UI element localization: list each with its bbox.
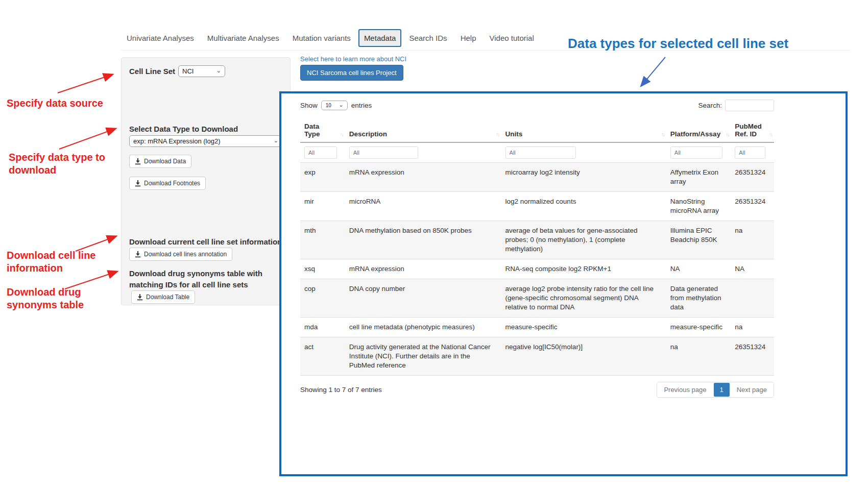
download-cell-lines-annotation-button[interactable]: Download cell lines annotation [129,248,232,261]
filter-pubmed[interactable] [735,147,765,159]
sort-icon: ↑↓ [726,132,729,137]
col-header-data-type[interactable]: Data Type↑↓ [300,119,345,142]
annotation-download-cell-line-info: Download cell line information [7,249,106,275]
page: Univariate Analyses Multivariate Analyse… [0,0,868,488]
next-page-button[interactable]: Next page [730,382,774,397]
data-types-table: Data Type↑↓ Description↑↓ Units↑↓ Platfo… [300,119,774,376]
table-row: mdacell line metadata (phenotypic measur… [300,318,774,337]
cell-platform: NanoString microRNA array [666,192,731,221]
cell-platform: Data generated from methylation data [666,279,731,318]
pagination: Previous page 1 Next page [657,382,774,398]
data-type-value: exp: mRNA Expression (log2) [133,137,221,145]
table-body: expmRNA expressionmicroarray log2 intens… [300,163,774,376]
cell-pubmed: 26351324 [731,163,774,192]
cell-units: RNA-seq composite log2 RPKM+1 [501,259,666,279]
cell-description: mRNA expression [345,163,501,192]
annotation-data-types-heading: Data types for selected cell line set [568,36,823,52]
learn-more-link[interactable]: Select here to learn more about NCI [300,55,406,63]
cell-description: microRNA [345,192,501,221]
data-types-box: Show 10 ⌄ entries Search: Data Type↑↓ [279,91,848,476]
cell-pubmed [731,279,774,318]
tab-mutation-variants[interactable]: Mutation variants [287,29,356,47]
filter-platform[interactable] [670,147,722,159]
cell-pubmed: NA [731,259,774,279]
filter-data-type[interactable] [304,147,337,159]
cell-units: measure-specific [501,318,666,337]
filter-units[interactable] [505,147,576,159]
annotation-specify-data-type: Specify data type to download [9,151,121,177]
cell-data-type: mda [300,318,345,337]
cell-line-info-heading: Download current cell line set informati… [129,237,282,246]
annotation-download-drug-synonyms: Download drug synonyms table [7,286,106,311]
cell-units: log2 normalized counts [501,192,666,221]
table-row: mirmicroRNAlog2 normalized countsNanoStr… [300,192,774,221]
drug-synonyms-heading: Download drug synonyms table with matchi… [129,268,283,304]
tab-multivariate-analyses[interactable]: Multivariate Analyses [202,29,285,47]
cell-pubmed: na [731,318,774,337]
col-header-pubmed[interactable]: PubMed Ref. ID↑↓ [731,119,774,142]
tab-help[interactable]: Help [455,29,482,47]
cell-data-type: mir [300,192,345,221]
download-panel: Cell Line Set NCI ⌄ Select Data Type to … [121,57,291,305]
cell-line-set-value: NCI [182,67,194,75]
col-header-description[interactable]: Description↑↓ [345,119,501,142]
table-row: copDNA copy numberaverage log2 probe int… [300,279,774,318]
download-data-button[interactable]: Download Data [129,155,191,168]
sort-icon: ↑↓ [661,132,664,137]
page-length-select[interactable]: 10 ⌄ [321,101,348,110]
red-arrow-data-source [58,75,112,93]
cell-line-set-label: Cell Line Set [129,67,175,76]
cell-units: average log2 probe intensity ratio for t… [501,279,666,318]
cell-data-type: act [300,337,345,376]
data-type-select[interactable]: exp: mRNA Expression (log2) ⌄ [129,135,282,147]
chevron-down-icon: ⌄ [216,67,221,74]
download-table-button[interactable]: Download Table [131,290,195,304]
cell-units: negative log[IC50(molar)] [501,337,666,376]
data-type-label: Select Data Type to Download [129,125,238,133]
table-row: actDrug activity generated at the Nation… [300,337,774,376]
cell-platform: NA [666,259,731,279]
cell-line-set-select[interactable]: NCI ⌄ [178,65,225,77]
tab-video-tutorial[interactable]: Video tutorial [484,29,539,47]
download-icon [137,294,143,301]
table-row: expmRNA expressionmicroarray log2 intens… [300,163,774,192]
search-label: Search: [698,102,722,109]
table-controls: Show 10 ⌄ entries Search: [300,100,774,111]
table-row: mthDNA methylation based on 850K probesa… [300,221,774,259]
cell-description: DNA methylation based on 850K probes [345,221,501,259]
cell-description: DNA copy number [345,279,501,318]
previous-page-button[interactable]: Previous page [657,382,713,397]
download-footnotes-button[interactable]: Download Footnotes [129,177,206,190]
sort-icon: ↑↓ [769,132,772,137]
cell-data-type: xsq [300,259,345,279]
chevron-down-icon: ⌄ [339,102,344,108]
cell-platform: measure-specific [666,318,731,337]
cell-description: Drug activity generated at the National … [345,337,501,376]
filter-description[interactable] [349,147,418,159]
col-header-platform[interactable]: Platform/Assay↑↓ [666,119,731,142]
sort-icon: ↑↓ [340,132,343,137]
cell-units: microarray log2 intensity [501,163,666,192]
blue-arrow-data-types [641,57,665,86]
tab-univariate-analyses[interactable]: Univariate Analyses [121,29,200,47]
cell-pubmed: 26351324 [731,192,774,221]
cell-pubmed: na [731,221,774,259]
chevron-down-icon: ⌄ [274,137,278,144]
red-arrow-data-type [59,129,115,149]
entries-label: entries [351,102,372,109]
sort-icon: ↑↓ [496,132,499,137]
cell-data-type: cop [300,279,345,318]
page-length-value: 10 [326,103,331,108]
download-icon [135,251,141,258]
page-1-button[interactable]: 1 [714,383,730,397]
project-button[interactable]: NCI Sarcoma cell lines Project [300,65,403,81]
col-header-units[interactable]: Units↑↓ [501,119,666,142]
tab-search-ids[interactable]: Search IDs [403,29,452,47]
tab-metadata[interactable]: Metadata [358,29,402,47]
cell-data-type: exp [300,163,345,192]
search-input[interactable] [725,100,774,111]
cell-platform: na [666,337,731,376]
cell-description: cell line metadata (phenotypic measures) [345,318,501,337]
cell-units: average of beta values for gene-associat… [501,221,666,259]
table-row: xsqmRNA expressionRNA-seq composite log2… [300,259,774,279]
